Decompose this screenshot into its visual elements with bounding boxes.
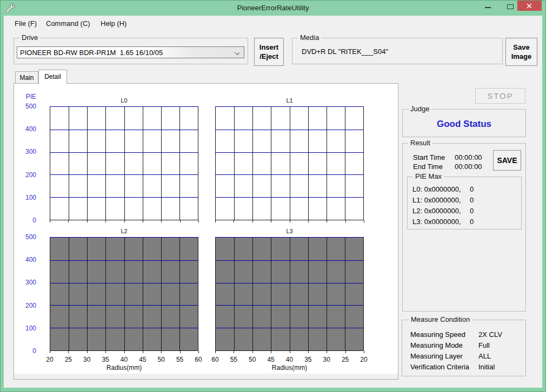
gridline-vertical — [87, 238, 88, 350]
x-tick — [87, 351, 88, 353]
y-tick-label: 500 — [14, 233, 36, 241]
x-tick-label: 20 — [356, 356, 371, 363]
gridline-horizontal — [50, 130, 198, 130]
tab-detail[interactable]: Detail — [38, 70, 67, 84]
gridline-vertical — [105, 107, 106, 220]
y-tick-label: 500 — [14, 103, 36, 110]
gridline-vertical — [271, 238, 271, 350]
measure-row-value: Initial — [478, 363, 495, 371]
x-tick — [308, 351, 309, 353]
gridline-vertical — [234, 107, 235, 220]
pie-max-row-value: 0 — [470, 218, 474, 226]
insert-eject-line1: Insert — [255, 43, 283, 52]
x-tick-label: 45 — [135, 356, 150, 363]
x-tick — [68, 351, 69, 353]
measure-row-value: ALL — [478, 352, 491, 360]
gridline-horizontal — [50, 152, 198, 153]
x-tick-label: 60 — [191, 356, 206, 363]
gridline-vertical — [143, 107, 143, 220]
save-image-button[interactable]: Save Image — [505, 38, 537, 66]
gridline-vertical — [271, 107, 271, 220]
y-tick-label: 0 — [14, 217, 36, 224]
end-time-label: End Time — [413, 163, 443, 171]
minimize-button[interactable] — [479, 0, 496, 12]
judge-status: Good Status — [403, 119, 525, 130]
gridline-vertical — [69, 238, 69, 350]
gridline-vertical — [252, 238, 253, 350]
gridline-horizontal — [216, 130, 363, 130]
x-tick — [161, 351, 162, 353]
stop-button[interactable]: STOP — [475, 88, 525, 104]
gridline-vertical — [161, 238, 162, 350]
media-label: Media — [298, 34, 321, 42]
minimize-icon — [485, 7, 491, 8]
y-tick-label: 100 — [14, 325, 36, 332]
x-tick-label: 55 — [172, 356, 188, 363]
chart-plot-L2 — [50, 237, 198, 351]
gridline-horizontal — [216, 174, 363, 175]
tab-main[interactable]: Main — [15, 71, 38, 83]
measure-row-label: Verification Criteria — [410, 363, 469, 371]
chart-title-L3: L3 — [215, 228, 364, 234]
x-tick — [68, 220, 69, 222]
chart-title-L1: L1 — [215, 97, 364, 104]
gridline-horizontal — [216, 305, 363, 306]
gridline-horizontal — [50, 174, 198, 175]
gridline-vertical — [308, 238, 309, 350]
gridline-vertical — [345, 238, 345, 350]
x-axis-label: Radius(mm) — [50, 364, 198, 371]
x-tick — [198, 220, 199, 222]
x-tick — [234, 351, 234, 353]
pie-max-row-value: 0 — [470, 185, 474, 193]
gridline-vertical — [345, 107, 345, 220]
gridline-vertical — [308, 107, 309, 220]
pie-max-row-label: L0: 0x0000000, — [412, 185, 461, 193]
media-value: DVD+R DL "RITEK___S04" — [302, 48, 388, 56]
media-groupbox: Media DVD+R DL "RITEK___S04" — [292, 38, 503, 64]
chart-title-L2: L2 — [50, 228, 198, 234]
x-tick-label: 40 — [117, 356, 132, 363]
insert-eject-button[interactable]: Insert /Eject — [254, 38, 284, 66]
gridline-vertical — [327, 107, 327, 220]
start-time-label: Start Time — [413, 153, 445, 161]
chart-plot-L3 — [215, 237, 364, 351]
pie-max-row-label: L3: 0x0000000, — [412, 218, 461, 226]
x-tick — [327, 220, 327, 222]
x-tick-label: 25 — [338, 356, 353, 363]
y-tick-label: 100 — [14, 194, 36, 201]
menu-item-help[interactable]: Help (H) — [101, 19, 126, 29]
menu-item-file[interactable]: File (F) — [15, 19, 37, 29]
x-tick — [234, 220, 234, 222]
gridline-vertical — [143, 238, 143, 350]
gridline-vertical — [179, 238, 180, 350]
gridline-horizontal — [216, 260, 363, 261]
x-tick — [87, 220, 88, 222]
measure-row-value: 2X CLV — [478, 330, 502, 339]
close-button[interactable] — [517, 1, 542, 11]
menu-item-command[interactable]: Command (C) — [46, 19, 90, 29]
x-tick — [215, 220, 216, 222]
pie-max-label: PIE Max — [413, 173, 444, 180]
x-tick — [105, 351, 106, 353]
gridline-vertical — [290, 238, 290, 350]
x-tick — [180, 351, 181, 353]
end-time-value: 00:00:00 — [455, 163, 482, 171]
maximize-button[interactable] — [502, 0, 519, 12]
chart-area: L00100200300400500PIEL1L2010020030040050… — [14, 84, 398, 374]
pie-max-row-label: L1: 0x0000000, — [412, 196, 461, 204]
x-tick — [252, 351, 253, 353]
x-tick — [124, 220, 125, 222]
x-tick-label: 60 — [208, 356, 223, 363]
y-tick-label: 400 — [14, 256, 36, 263]
x-tick — [124, 351, 125, 353]
save-button[interactable]: SAVE — [493, 150, 521, 171]
x-tick-label: 45 — [263, 356, 278, 363]
y-tick-label: 300 — [14, 279, 36, 286]
chart-plot-L0 — [50, 106, 198, 220]
x-tick-label: 30 — [79, 356, 95, 363]
y-tick-label: 0 — [14, 347, 36, 355]
drive-select[interactable]: PIONEER BD-RW BDR-PR1M 1.65 16/10/05 — [17, 46, 244, 58]
x-tick — [50, 351, 50, 353]
window-title: PioneerErrorRateUtility — [0, 4, 546, 12]
x-tick — [271, 351, 271, 353]
